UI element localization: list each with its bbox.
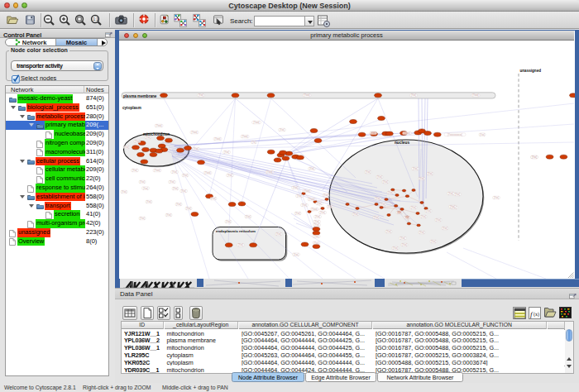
svg-text:[Yxx]: [Yxx] — [172, 170, 177, 174]
svg-text:[Yxx]: [Yxx] — [455, 193, 460, 196]
svg-text:[Yxx]: [Yxx] — [419, 231, 424, 234]
svg-text:[Yxx]: [Yxx] — [431, 240, 436, 243]
svg-text:[Yxx]: [Yxx] — [143, 187, 148, 190]
svg-text:[Yxx]: [Yxx] — [124, 146, 129, 149]
svg-text:[Yxxx]: [Yxxx] — [304, 189, 309, 193]
svg-text:[Yxx]: [Yxx] — [309, 167, 314, 170]
svg-text:[Yxx]: [Yxx] — [135, 140, 140, 143]
svg-text:[Yxx]: [Yxx] — [404, 216, 409, 219]
svg-text:[Yxx]: [Yxx] — [280, 128, 285, 131]
svg-text:1:1: 1:1 — [93, 17, 98, 22]
svg-text:[Yxxx]: [Yxxx] — [214, 137, 220, 141]
svg-text:[Yxx]: [Yxx] — [194, 147, 199, 151]
svg-text:[Yxxx]: [Yxxx] — [472, 93, 478, 97]
svg-text:[Yxx]: [Yxx] — [480, 133, 485, 136]
svg-text:[Yxx]: [Yxx] — [238, 243, 243, 246]
svg-text:[Yxx]: [Yxx] — [276, 232, 281, 236]
svg-text:[Yxx]: [Yxx] — [374, 216, 379, 219]
svg-text:cytoplasm: cytoplasm — [122, 106, 141, 110]
svg-text:[Yxx]: [Yxx] — [386, 230, 391, 233]
svg-text:[Yxxx]: [Yxxx] — [191, 131, 197, 134]
svg-text:[Yxx]: [Yxx] — [383, 180, 388, 184]
svg-text:(x): (x) — [534, 312, 539, 318]
svg-text:[Yxx]: [Yxx] — [320, 211, 325, 214]
svg-text:mitochondrion: mitochondrion — [143, 132, 170, 136]
svg-text:[Yxxx]: [Yxxx] — [253, 121, 259, 124]
svg-text:[Yxx]: [Yxx] — [317, 202, 322, 205]
svg-text:[Yxx]: [Yxx] — [146, 200, 151, 203]
svg-text:[Yxx]: [Yxx] — [166, 213, 171, 217]
svg-text:[Yxxx]: [Yxxx] — [266, 170, 272, 174]
svg-text:[Yxx]: [Yxx] — [176, 203, 181, 206]
svg-text:[Yxx]: [Yxx] — [140, 217, 145, 220]
svg-text:[Yxx]: [Yxx] — [199, 93, 203, 97]
svg-text:[Yxx]: [Yxx] — [388, 191, 393, 194]
svg-text:[Yxx]: [Yxx] — [302, 203, 307, 207]
svg-text:[Yxx]: [Yxx] — [443, 227, 447, 230]
svg-text:[Yxx]: [Yxx] — [421, 215, 426, 218]
svg-text:[Yxx]: [Yxx] — [328, 205, 333, 208]
svg-text:[Yxx]: [Yxx] — [411, 93, 416, 97]
svg-text:[Yxx]: [Yxx] — [297, 194, 302, 198]
svg-text:plasma membrane: plasma membrane — [123, 94, 157, 98]
svg-text:[Yx]: [Yx] — [252, 141, 256, 144]
svg-text:[Yxx]: [Yxx] — [186, 207, 191, 210]
svg-text:[Yxx]: [Yxx] — [376, 197, 380, 200]
svg-text:[Yxx]: [Yxx] — [366, 170, 371, 174]
svg-text:[Yxx]: [Yxx] — [393, 246, 398, 250]
svg-text:[Yxx]: [Yxx] — [224, 151, 229, 154]
svg-text:[Yxx]: [Yxx] — [173, 187, 178, 190]
svg-text:[Yxx]: [Yxx] — [314, 223, 319, 227]
svg-text:[Yxx]: [Yxx] — [532, 155, 537, 159]
svg-text:[Yxx]: [Yxx] — [315, 215, 320, 218]
svg-text:[Yxx]: [Yxx] — [181, 189, 186, 193]
svg-text:[Yxxx]: [Yxxx] — [309, 198, 314, 201]
svg-text:[Yxxx]: [Yxxx] — [404, 131, 409, 135]
svg-text:[Yxx]: [Yxx] — [428, 172, 433, 175]
svg-text:[Yxx]: [Yxx] — [183, 174, 188, 177]
svg-text:[Yxx]: [Yxx] — [380, 203, 385, 206]
svg-text:[Yxxxxxxxxxxx]: [Yxxxxxxxxxxx] — [447, 133, 462, 136]
svg-text:[Yxx]: [Yxx] — [226, 220, 231, 223]
svg-text:[Yxxx]: [Yxxx] — [242, 135, 247, 138]
svg-text:[Yxx]: [Yxx] — [314, 241, 319, 245]
svg-text:endoplasmic reticulum: endoplasmic reticulum — [216, 229, 256, 233]
svg-text:[Yxxx]: [Yxxx] — [204, 171, 210, 174]
svg-text:[Yxx]: [Yxx] — [294, 253, 299, 256]
svg-text:[Yxx]: [Yxx] — [353, 213, 358, 216]
svg-text:[Yxx]: [Yxx] — [323, 194, 328, 197]
svg-text:nucleus: nucleus — [395, 141, 409, 145]
svg-text:[Yxx]: [Yxx] — [371, 131, 376, 135]
svg-text:[Yxx]: [Yxx] — [419, 177, 424, 180]
svg-text:[Yxx]: [Yxx] — [122, 190, 127, 194]
svg-text:[Yxx]: [Yxx] — [411, 206, 416, 209]
svg-text:[Yxx]: [Yxx] — [426, 209, 431, 213]
svg-text:[Yxx]: [Yxx] — [293, 186, 298, 189]
svg-text:[Yxxx]: [Yxxx] — [154, 169, 160, 172]
svg-text:[Yxx]: [Yxx] — [413, 167, 418, 170]
svg-text:[Yxx]: [Yxx] — [448, 192, 453, 195]
svg-text:[Yxx]: [Yxx] — [140, 180, 145, 184]
svg-text:[Yxxx]: [Yxxx] — [311, 208, 317, 211]
svg-text:[Yxx]: [Yxx] — [132, 169, 137, 172]
svg-text:[Yxx]: [Yxx] — [246, 215, 251, 218]
svg-text:[Yxx]: [Yxx] — [170, 180, 175, 184]
svg-text:[Yxx]: [Yxx] — [227, 174, 232, 177]
svg-text:[Yxxx]: [Yxxx] — [304, 93, 309, 97]
svg-text:unassigned: unassigned — [520, 69, 542, 73]
svg-text:[Yxx]: [Yxx] — [295, 212, 300, 215]
svg-text:[Yxx]: [Yxx] — [402, 243, 407, 246]
svg-text:[Yxx]: [Yxx] — [211, 197, 216, 200]
svg-text:[Yxx]: [Yxx] — [400, 237, 405, 240]
svg-text:[Yxxx]: [Yxxx] — [156, 124, 161, 127]
svg-text:[Yxx]: [Yxx] — [314, 235, 319, 238]
svg-text:[Yxx]: [Yxx] — [494, 196, 499, 199]
svg-text:[Yxx]: [Yxx] — [314, 220, 319, 223]
svg-text:[Yxx]: [Yxx] — [436, 218, 441, 222]
svg-text:[Yxx]: [Yxx] — [377, 175, 382, 179]
svg-text:[Yxx]: [Yxx] — [397, 211, 402, 214]
svg-text:[Yxx]: [Yxx] — [450, 205, 455, 208]
